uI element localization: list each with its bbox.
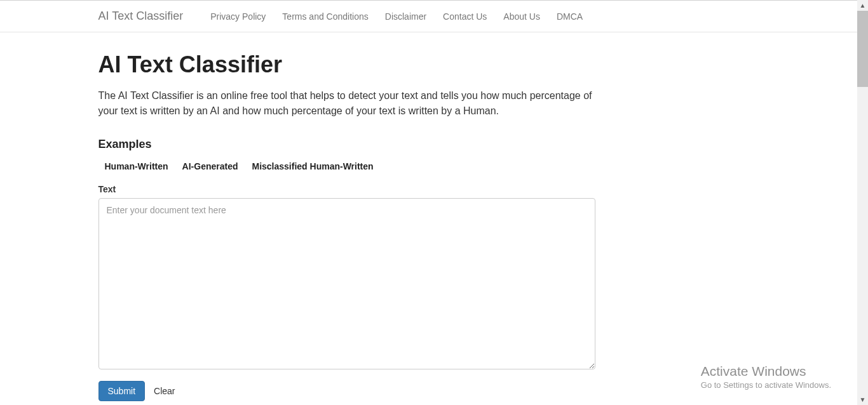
page-title: AI Text Classifier — [98, 51, 759, 78]
tab-human-written[interactable]: Human-Written — [105, 161, 168, 171]
scroll-thumb[interactable] — [857, 11, 868, 87]
scrollbar[interactable]: ▲ ▼ — [857, 0, 868, 405]
nav-link-dmca[interactable]: DMCA — [548, 2, 591, 31]
scroll-up-icon[interactable]: ▲ — [857, 0, 868, 11]
scroll-down-icon[interactable]: ▼ — [857, 394, 868, 405]
nav-link-privacy[interactable]: Privacy Policy — [202, 2, 274, 31]
examples-heading: Examples — [98, 138, 759, 151]
clear-button[interactable]: Clear — [151, 382, 177, 401]
navbar: AI Text Classifier Privacy Policy Terms … — [0, 1, 857, 32]
scroll-track[interactable] — [857, 11, 868, 394]
page-scroll-container[interactable]: AI Text Classifier Privacy Policy Terms … — [0, 0, 857, 405]
nav-links: Privacy Policy Terms and Conditions Disc… — [202, 2, 591, 31]
tab-ai-generated[interactable]: AI-Generated — [182, 161, 238, 171]
example-tabs: Human-Written AI-Generated Misclassified… — [98, 161, 759, 171]
tab-misclassified[interactable]: Misclassified Human-Written — [252, 161, 374, 171]
text-label: Text — [98, 184, 759, 194]
text-input[interactable] — [98, 198, 595, 369]
page-description: The AI Text Classifier is an online free… — [98, 88, 600, 119]
main-content: AI Text Classifier The AI Text Classifie… — [89, 32, 769, 405]
nav-link-disclaimer[interactable]: Disclaimer — [377, 2, 435, 31]
nav-link-terms[interactable]: Terms and Conditions — [274, 2, 376, 31]
brand-link[interactable]: AI Text Classifier — [98, 1, 184, 32]
button-row: Submit Clear — [98, 381, 759, 401]
submit-button[interactable]: Submit — [98, 381, 146, 401]
nav-link-about[interactable]: About Us — [495, 2, 548, 31]
nav-link-contact[interactable]: Contact Us — [435, 2, 495, 31]
